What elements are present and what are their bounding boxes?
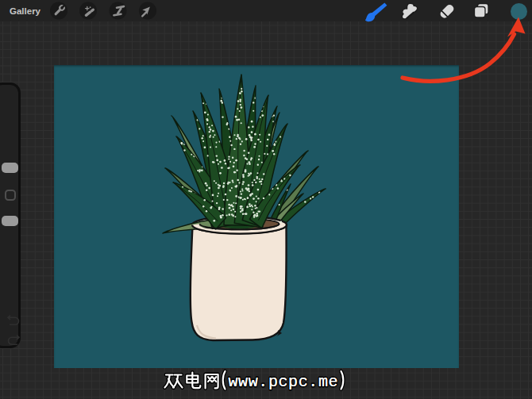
svg-text:www.pcpc.me: www.pcpc.me	[229, 373, 339, 391]
